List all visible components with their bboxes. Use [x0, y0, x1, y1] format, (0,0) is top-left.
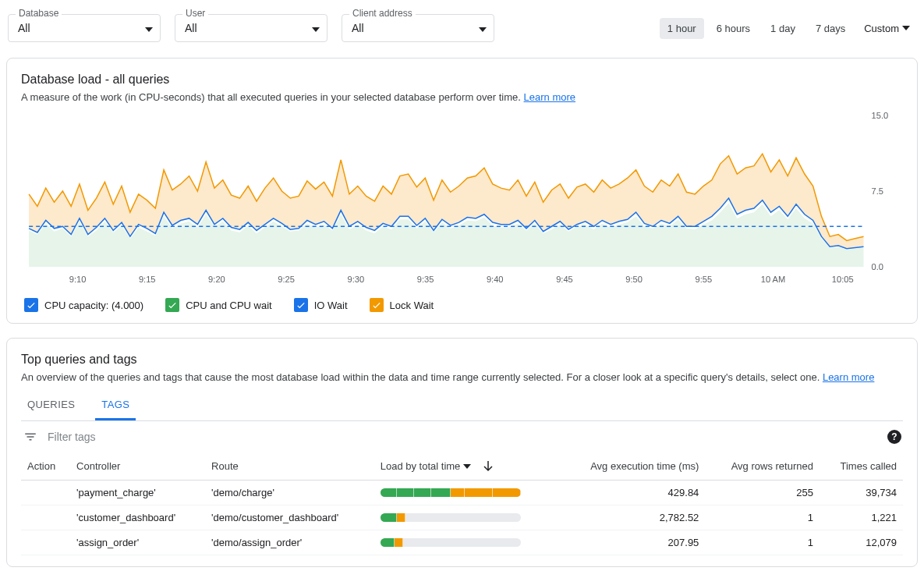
- tags-table: Action Controller Route Load by total ti…: [21, 452, 903, 555]
- database-select-label: Database: [16, 8, 62, 19]
- card-title: Database load - all queries: [21, 73, 903, 87]
- checkbox-icon: [165, 298, 179, 312]
- col-controller[interactable]: Controller: [70, 452, 205, 481]
- filter-toolbar: Database All User All Client address All…: [0, 0, 924, 50]
- table-row[interactable]: 'assign_order''demo/assign_order'207.951…: [21, 530, 903, 555]
- time-range-7-days[interactable]: 7 days: [808, 18, 853, 39]
- chevron-down-icon: [145, 22, 153, 34]
- col-route[interactable]: Route: [205, 452, 374, 481]
- checkbox-icon: [294, 298, 308, 312]
- table-row[interactable]: 'payment_charge''demo/charge'429.8425539…: [21, 481, 903, 505]
- svg-text:7.5: 7.5: [872, 186, 883, 196]
- legend-item[interactable]: CPU capacity: (4.000): [24, 298, 143, 312]
- filter-input[interactable]: [46, 430, 880, 444]
- card-title: Top queries and tags: [21, 353, 903, 367]
- svg-text:0.0: 0.0: [872, 262, 883, 271]
- client-address-select-label: Client address: [349, 8, 416, 19]
- time-range-1-day[interactable]: 1 day: [763, 18, 803, 39]
- user-select-label: User: [182, 8, 208, 19]
- client-address-select[interactable]: Client address All: [342, 14, 494, 42]
- legend-item[interactable]: CPU and CPU wait: [165, 298, 272, 312]
- svg-text:9:25: 9:25: [278, 275, 295, 284]
- checkbox-icon: [24, 298, 38, 312]
- svg-text:10:05: 10:05: [832, 275, 854, 284]
- user-select[interactable]: User All: [175, 14, 327, 42]
- col-action[interactable]: Action: [21, 452, 70, 481]
- load-chart: 0.07.515.09:109:159:209:259:309:359:409:…: [21, 111, 903, 290]
- svg-text:9:15: 9:15: [139, 275, 156, 284]
- checkbox-icon: [370, 298, 384, 312]
- svg-text:9:40: 9:40: [487, 275, 504, 284]
- card-description: An overview of the queries and tags that…: [21, 371, 903, 383]
- col-avg-rows[interactable]: Avg rows returned: [705, 452, 820, 481]
- legend-item[interactable]: IO Wait: [294, 298, 348, 312]
- svg-text:9:10: 9:10: [69, 275, 87, 284]
- svg-text:9:45: 9:45: [556, 275, 573, 284]
- legend-item[interactable]: Lock Wait: [370, 298, 434, 312]
- time-range-6-hours[interactable]: 6 hours: [709, 18, 758, 39]
- top-queries-card: Top queries and tags An overview of the …: [6, 338, 918, 567]
- chevron-down-icon: [463, 464, 471, 469]
- arrow-down-icon: [483, 461, 493, 472]
- svg-text:9:35: 9:35: [417, 275, 434, 284]
- learn-more-link[interactable]: Learn more: [823, 371, 874, 383]
- load-bar: [381, 513, 521, 522]
- load-bar: [381, 538, 521, 547]
- col-times-called[interactable]: Times called: [820, 452, 903, 481]
- time-range-custom[interactable]: Custom: [858, 18, 916, 39]
- svg-text:10 AM: 10 AM: [761, 275, 785, 284]
- svg-text:9:55: 9:55: [696, 275, 713, 284]
- database-select[interactable]: Database All: [8, 14, 161, 42]
- chevron-down-icon: [479, 22, 487, 34]
- chevron-down-icon: [902, 26, 910, 30]
- col-load[interactable]: Load by total time: [374, 452, 559, 481]
- tab-tags[interactable]: Tags: [95, 391, 136, 420]
- svg-text:9:30: 9:30: [348, 275, 365, 284]
- help-icon[interactable]: ?: [887, 430, 901, 444]
- queries-tabs: QueriesTags: [21, 391, 903, 421]
- svg-text:15.0: 15.0: [872, 111, 889, 120]
- filter-icon[interactable]: [23, 429, 38, 445]
- database-load-card: Database load - all queries A measure of…: [6, 58, 918, 324]
- learn-more-link[interactable]: Learn more: [524, 91, 575, 103]
- svg-text:9:20: 9:20: [208, 275, 225, 284]
- card-description: A measure of the work (in CPU-seconds) t…: [21, 91, 903, 103]
- chart-legend: CPU capacity: (4.000)CPU and CPU waitIO …: [21, 290, 903, 312]
- svg-text:9:50: 9:50: [625, 275, 643, 284]
- load-bar: [381, 488, 521, 497]
- table-row[interactable]: 'customer_dashboard''demo/customer_dashb…: [21, 505, 903, 530]
- filter-row: ?: [21, 421, 903, 452]
- time-range-1-hour[interactable]: 1 hour: [660, 18, 704, 39]
- col-avg-exec[interactable]: Avg execution time (ms): [559, 452, 706, 481]
- time-range-group: 1 hour6 hours1 day7 daysCustom: [660, 18, 916, 39]
- tab-queries[interactable]: Queries: [21, 391, 81, 420]
- chevron-down-icon: [312, 22, 320, 34]
